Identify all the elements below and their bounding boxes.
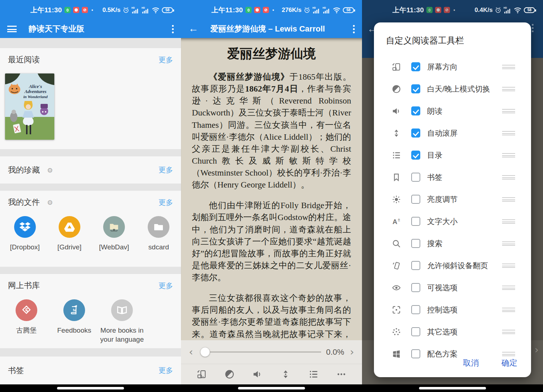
file-source-sdcard[interactable]: sdcard bbox=[136, 216, 181, 252]
back-arrow-icon[interactable]: ← bbox=[188, 24, 198, 34]
file-source-dropbox[interactable]: [Dropbox] bbox=[3, 216, 47, 252]
drag-handle-icon[interactable] bbox=[502, 219, 515, 224]
option-row-misc-options[interactable]: 其它选项 bbox=[374, 321, 531, 343]
checkbox[interactable] bbox=[411, 239, 420, 248]
bookmark-icon bbox=[391, 173, 401, 182]
catalog-more-books[interactable]: More books in your language bbox=[98, 299, 146, 344]
drag-handle-icon[interactable] bbox=[502, 131, 515, 135]
checkbox[interactable] bbox=[411, 305, 420, 314]
checkbox[interactable] bbox=[411, 62, 420, 71]
drag-handle-icon[interactable] bbox=[502, 330, 515, 334]
checkbox[interactable] bbox=[411, 151, 420, 160]
toc-list-icon[interactable] bbox=[308, 369, 319, 379]
home-indicator[interactable] bbox=[57, 387, 124, 389]
option-row-search[interactable]: 搜索 bbox=[374, 232, 531, 254]
home-indicator[interactable] bbox=[419, 387, 486, 389]
more-link[interactable]: 更多 bbox=[159, 165, 173, 175]
more-link[interactable]: 更多 bbox=[159, 366, 173, 375]
notification-muted-icon: ⊘ bbox=[263, 7, 269, 13]
option-row-toc[interactable]: 目录 bbox=[374, 144, 531, 166]
drag-handle-icon[interactable] bbox=[502, 308, 515, 312]
file-source-webdav[interactable]: [WebDav] bbox=[92, 216, 136, 252]
option-row-tilt-flip[interactable]: 允许倾斜设备翻页 bbox=[374, 254, 531, 277]
next-chapter-icon[interactable]: › bbox=[348, 347, 356, 357]
speaker-icon[interactable] bbox=[252, 369, 262, 379]
checkbox[interactable] bbox=[411, 349, 420, 358]
drag-handle-icon[interactable] bbox=[502, 352, 515, 356]
drag-handle-icon[interactable] bbox=[502, 241, 515, 246]
drag-handle-icon[interactable] bbox=[502, 87, 515, 91]
ok-button[interactable]: 确定 bbox=[501, 358, 517, 368]
gutenberg-icon bbox=[16, 299, 37, 321]
autoscroll-icon[interactable] bbox=[281, 369, 291, 379]
menu-hamburger-icon[interactable] bbox=[7, 26, 17, 32]
drag-handle-icon[interactable] bbox=[502, 197, 515, 202]
screen-rotation-icon[interactable] bbox=[197, 369, 207, 379]
option-row-autoscroll[interactable]: 自动滚屏 bbox=[374, 122, 531, 144]
net-library-card: 网上书库 更多 古腾堡 fe Feedbooks More bo bbox=[0, 274, 181, 348]
overflow-menu-icon[interactable] bbox=[172, 25, 174, 33]
android-nav-bar bbox=[362, 384, 543, 392]
gear-icon[interactable]: ⚙ bbox=[47, 199, 53, 207]
option-row-tts[interactable]: 朗读 bbox=[374, 100, 531, 122]
dialog-option-list: 屏幕方向 白天/晚上模式切换 朗读 bbox=[374, 46, 531, 365]
file-source-gdrive[interactable]: [Gdrive] bbox=[47, 216, 92, 252]
more-link[interactable]: 更多 bbox=[159, 281, 173, 291]
checkbox[interactable] bbox=[411, 84, 420, 93]
catalog-feedbooks[interactable]: fe Feedbooks bbox=[50, 299, 98, 344]
option-row-text-size[interactable]: A± 文字大小 bbox=[374, 210, 531, 232]
option-label: 自动滚屏 bbox=[427, 128, 458, 138]
checkbox[interactable] bbox=[411, 327, 420, 336]
prev-chapter-icon[interactable]: ‹ bbox=[187, 347, 195, 357]
checkbox[interactable] bbox=[411, 195, 420, 204]
drag-handle-icon[interactable] bbox=[502, 153, 515, 157]
option-row-day-night[interactable]: 白天/晚上模式切换 bbox=[374, 78, 531, 100]
drag-handle-icon[interactable] bbox=[502, 65, 515, 69]
notification-more-dot bbox=[92, 9, 93, 11]
home-indicator[interactable] bbox=[238, 387, 305, 389]
option-label: 搜索 bbox=[427, 239, 442, 249]
checkbox[interactable] bbox=[411, 217, 420, 226]
signal-hd-icon: HD bbox=[312, 7, 320, 14]
option-row-visual-options[interactable]: 可视选项 bbox=[374, 277, 531, 299]
catalog-label: 古腾堡 bbox=[16, 326, 37, 335]
speaker-icon bbox=[391, 106, 401, 116]
option-row-brightness[interactable]: 亮度调节 bbox=[374, 188, 531, 210]
slider-thumb[interactable] bbox=[200, 347, 210, 357]
network-speed: 0.4K/s bbox=[475, 7, 493, 14]
section-title: 网上书库 bbox=[8, 280, 40, 291]
checkbox[interactable] bbox=[411, 173, 420, 182]
overflow-menu-icon[interactable] bbox=[353, 25, 355, 33]
checkbox[interactable] bbox=[411, 128, 420, 138]
option-row-control-options[interactable]: 控制选项 bbox=[374, 299, 531, 321]
status-bar: 上午11:30 0 ⊘ 0.5K/s HD HD 58 bbox=[0, 0, 181, 20]
book-cover-alice[interactable]: Alice's Adventures in Wonderland bbox=[5, 73, 54, 140]
clock-text: 上午11:30 bbox=[30, 5, 62, 15]
more-link[interactable]: 更多 bbox=[159, 55, 173, 65]
checkbox[interactable] bbox=[411, 106, 420, 115]
notification-shield-icon: 0 bbox=[64, 7, 71, 13]
option-row-bookmark[interactable]: 书签 bbox=[374, 166, 531, 188]
gear-icon[interactable]: ⚙ bbox=[47, 167, 53, 174]
more-link[interactable]: 更多 bbox=[159, 198, 173, 207]
slider-track[interactable] bbox=[209, 351, 321, 353]
option-label: 配色方案 bbox=[427, 349, 458, 359]
drag-handle-icon[interactable] bbox=[502, 109, 515, 113]
more-options-icon[interactable] bbox=[336, 369, 346, 379]
drag-handle-icon[interactable] bbox=[502, 286, 515, 290]
option-row-screen-rotation[interactable]: 屏幕方向 bbox=[374, 56, 531, 78]
catalog-gutenberg[interactable]: 古腾堡 bbox=[3, 299, 50, 344]
cancel-button[interactable]: 取消 bbox=[463, 358, 479, 368]
signal-hd-icon: HD bbox=[323, 7, 331, 14]
dropbox-icon bbox=[14, 216, 36, 238]
checkbox[interactable] bbox=[411, 283, 420, 292]
notification-dot-icon bbox=[435, 7, 441, 13]
drag-handle-icon[interactable] bbox=[502, 175, 515, 180]
clock-text: 上午11:30 bbox=[211, 5, 243, 15]
reading-page[interactable]: 爱丽丝梦游仙境 《爱丽丝梦游仙境》于1865年出版。故事原形乃是1862年7月4… bbox=[181, 38, 362, 340]
battery-icon: 58 bbox=[524, 7, 535, 13]
day-night-icon[interactable] bbox=[224, 369, 235, 379]
checkbox[interactable] bbox=[411, 261, 420, 270]
option-label: 控制选项 bbox=[427, 305, 458, 315]
drag-handle-icon[interactable] bbox=[502, 264, 515, 268]
